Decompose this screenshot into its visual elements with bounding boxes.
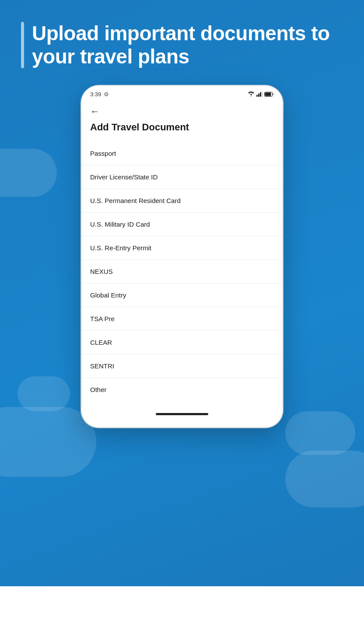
settings-icon: ⚙ [104, 91, 109, 98]
nav-bar: ← [81, 102, 283, 120]
document-type-item-reentry-permit[interactable]: U.S. Re-Entry Permit [81, 236, 283, 260]
status-time: 3:39 [90, 91, 101, 98]
headline-text: Upload important documents to your trave… [32, 22, 346, 68]
app-content: ← Add Travel Document PassportDriver Lic… [81, 102, 283, 401]
white-bottom-bar [0, 586, 364, 630]
document-type-item-permanent-resident[interactable]: U.S. Permanent Resident Card [81, 189, 283, 213]
phone-bottom-bar [81, 401, 283, 427]
phone-mockup: 3:39 ⚙ [81, 86, 283, 427]
document-type-item-global-entry[interactable]: Global Entry [81, 284, 283, 307]
document-type-item-driver-license[interactable]: Driver License/State ID [81, 165, 283, 189]
headline-section: Upload important documents to your trave… [0, 0, 364, 81]
document-type-item-clear[interactable]: CLEAR [81, 331, 283, 354]
svg-rect-3 [260, 92, 261, 97]
document-type-list: PassportDriver License/State IDU.S. Perm… [81, 142, 283, 401]
document-type-item-tsa-pre[interactable]: TSA Pre [81, 307, 283, 331]
svg-point-0 [251, 96, 252, 96]
svg-rect-4 [262, 91, 262, 97]
home-indicator [156, 413, 208, 415]
document-type-item-sentri[interactable]: SENTRI [81, 354, 283, 378]
status-left: 3:39 ⚙ [90, 91, 109, 98]
battery-icon [264, 91, 274, 98]
accent-bar [21, 22, 24, 68]
svg-rect-6 [265, 92, 271, 96]
document-type-item-military-id[interactable]: U.S. Military ID Card [81, 213, 283, 236]
svg-rect-1 [256, 95, 258, 97]
document-type-item-other[interactable]: Other [81, 378, 283, 401]
page-content: Upload important documents to your trave… [0, 0, 364, 427]
status-bar: 3:39 ⚙ [81, 86, 283, 102]
wifi-icon [248, 91, 255, 98]
document-type-item-nexus[interactable]: NEXUS [81, 260, 283, 284]
back-button[interactable]: ← [90, 106, 100, 117]
cloud-decoration-2 [285, 451, 364, 508]
svg-rect-2 [258, 94, 259, 97]
page-title: Add Travel Document [81, 120, 283, 142]
signal-icon [256, 91, 262, 98]
document-type-item-passport[interactable]: Passport [81, 142, 283, 165]
status-right [248, 91, 274, 98]
